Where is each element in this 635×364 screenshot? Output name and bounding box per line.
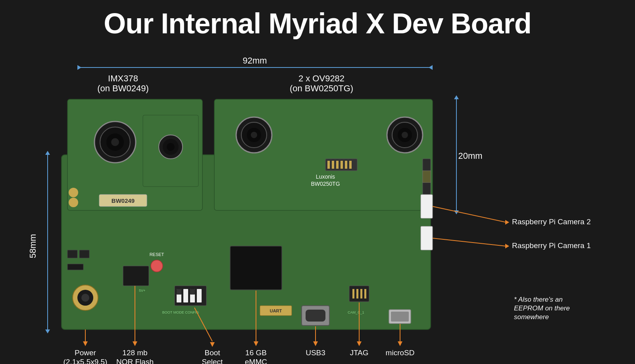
svg-text:5V+: 5V+ [139,289,145,293]
svg-text:USB3: USB3 [306,349,325,357]
svg-marker-2 [429,65,433,70]
svg-text:Power: Power [75,349,96,357]
svg-marker-93 [254,341,258,346]
svg-point-15 [111,138,119,146]
svg-text:RESET: RESET [150,252,164,257]
svg-marker-87 [83,341,88,346]
svg-text:20mm: 20mm [458,151,482,161]
svg-text:2 x OV9282: 2 x OV9282 [298,73,344,83]
svg-text:BW0250TG: BW0250TG [311,181,340,187]
svg-text:BOOT MODE CONFIG: BOOT MODE CONFIG [162,310,199,314]
svg-rect-38 [421,195,433,218]
page-title: Our Internal Myriad X Dev Board [0,0,635,40]
svg-marker-83 [454,95,459,99]
svg-rect-60 [391,312,409,322]
svg-rect-54 [197,289,202,302]
svg-rect-39 [421,226,433,250]
svg-point-21 [167,143,175,151]
diagram-svg: 92mm IMX378 (on BW0249) 2 x OV9282 (on B… [0,44,635,364]
svg-rect-24 [214,99,433,210]
svg-text:58mm: 58mm [28,234,38,258]
svg-marker-1 [77,65,81,70]
svg-point-16 [69,188,78,197]
svg-rect-57 [123,266,149,286]
svg-marker-95 [313,341,318,346]
svg-marker-91 [210,342,215,347]
svg-text:EEPROM on there: EEPROM on there [514,304,570,312]
svg-rect-55 [177,289,181,295]
svg-text:Luxonis: Luxonis [316,173,335,180]
svg-marker-101 [505,220,509,225]
svg-rect-74 [349,161,352,169]
svg-text:Select: Select [202,358,223,364]
svg-text:IMX378: IMX378 [108,73,138,83]
svg-point-33 [402,132,408,138]
svg-marker-103 [505,244,509,248]
svg-text:128 mb: 128 mb [122,349,147,357]
svg-text:JTAG: JTAG [350,349,368,357]
svg-text:BW0249: BW0249 [112,197,135,204]
svg-rect-56 [190,289,195,295]
svg-text:Raspberry Pi Camera 2: Raspberry Pi Camera 2 [512,218,591,226]
svg-rect-71 [336,161,339,169]
svg-line-102 [433,238,506,246]
svg-point-17 [69,198,78,207]
svg-marker-99 [398,341,402,346]
board-container: 92mm IMX378 (on BW0249) 2 x OV9282 (on B… [0,44,635,364]
svg-rect-72 [341,161,343,169]
svg-rect-70 [332,161,334,169]
svg-rect-65 [67,250,77,258]
svg-rect-45 [360,289,362,299]
svg-text:* Also there's an: * Also there's an [514,296,563,303]
svg-point-49 [81,294,89,302]
svg-rect-67 [67,264,83,270]
svg-marker-97 [357,341,362,346]
svg-rect-58 [230,246,282,290]
svg-text:eMMC: eMMC [245,358,267,364]
svg-text:NOR Flash: NOR Flash [116,358,154,364]
svg-text:microSD: microSD [386,349,415,357]
svg-rect-44 [356,289,358,299]
svg-marker-80 [45,329,50,333]
svg-rect-43 [352,289,354,299]
svg-text:Boot: Boot [204,349,220,357]
svg-text:(2.1x5.5x9.5): (2.1x5.5x9.5) [64,358,108,364]
svg-text:(on BW0249): (on BW0249) [97,83,149,93]
svg-marker-89 [133,341,137,346]
svg-rect-73 [345,161,347,169]
svg-rect-37 [423,171,431,183]
svg-rect-52 [183,289,188,302]
svg-text:CAM_C_1: CAM_C_1 [348,310,364,314]
svg-text:92mm: 92mm [242,56,267,65]
svg-rect-41 [306,310,325,322]
svg-marker-79 [45,151,50,155]
svg-rect-63 [151,260,163,272]
svg-point-29 [251,132,257,138]
svg-text:16 GB: 16 GB [245,349,267,357]
svg-text:(on BW0250TG): (on BW0250TG) [290,83,353,93]
svg-text:somewhere: somewhere [514,313,549,321]
svg-text:UART: UART [270,308,282,313]
svg-rect-66 [79,250,89,258]
svg-rect-46 [364,289,366,299]
svg-text:Raspberry Pi Camera 1: Raspberry Pi Camera 1 [512,241,591,250]
svg-line-100 [433,206,506,222]
svg-rect-69 [327,161,330,169]
